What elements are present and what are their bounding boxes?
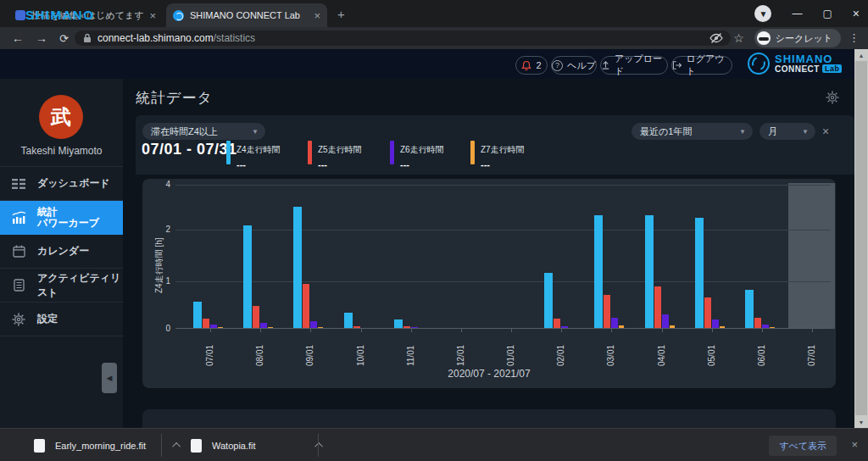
x-tick-mark (210, 329, 211, 332)
forward-button[interactable]: → (36, 31, 47, 45)
sidebar-item-label: 統計 (37, 206, 58, 218)
panel-close-icon[interactable]: × (822, 125, 829, 138)
logout-button[interactable]: ログアウト (671, 56, 732, 75)
chart-bar (310, 321, 317, 328)
chart-bar (554, 319, 560, 328)
chart-bar (670, 325, 675, 328)
legend-swatch-z4 (226, 141, 231, 164)
chart-settings-gear-icon[interactable] (826, 91, 839, 104)
chart-bar (754, 318, 761, 328)
sidebar-item-dashboard[interactable]: ダッシュボード (0, 167, 123, 201)
chart-bar (303, 284, 309, 328)
chart-bar (604, 295, 610, 328)
chart-bar (293, 207, 302, 329)
bookmark-star-icon[interactable]: ☆ (733, 31, 744, 45)
download-item[interactable]: Early_morning_ride.fit (34, 429, 181, 461)
download-indicator-icon[interactable]: ▼ (754, 5, 771, 22)
chart-bar (344, 313, 353, 328)
y-tick-label: 0 (148, 324, 170, 333)
scrollbar-thumb[interactable] (855, 61, 867, 415)
help-button[interactable]: ? ヘルプ (551, 56, 597, 75)
x-tick-label: 02/01 (556, 345, 565, 366)
chart-bar (544, 273, 553, 328)
x-tick-label: 04/01 (657, 345, 666, 366)
chevron-down-icon: ▼ (802, 128, 809, 136)
download-item[interactable]: Watopia.fit (191, 429, 323, 461)
connect-lab-logo: SHIMANO CONNECTLab (748, 53, 842, 75)
legend-item-z7: Z7走行時間 --- (470, 141, 525, 171)
legend-value: --- (236, 159, 246, 169)
sidebar-item-calendar[interactable]: カレンダー (0, 235, 123, 269)
granularity-select[interactable]: 月 ▼ (760, 123, 815, 140)
upload-button[interactable]: アップロード (600, 56, 668, 75)
scrollbar-down-icon[interactable]: ▼ (854, 416, 868, 428)
legend-label: Z7走行時間 (481, 145, 525, 154)
chart-caption: 2020/07 - 2021/07 (142, 368, 836, 380)
sidebar-item-settings[interactable]: 設定 (0, 303, 123, 336)
x-tick-label: 10/01 (356, 345, 365, 366)
legend-swatch-z7 (470, 141, 475, 164)
eye-off-icon[interactable] (709, 32, 723, 44)
statistics-icon (10, 211, 27, 225)
sidebar-item-label2: パワーカーブ (37, 217, 99, 229)
scrollbar-up-icon[interactable]: ▲ (854, 49, 868, 61)
sidebar-item-statistics[interactable]: 統計 パワーカーブ (0, 201, 123, 235)
chart-bar (594, 215, 603, 328)
legend-label: Z4走行時間 (236, 145, 281, 154)
range-select[interactable]: 最近の1年間 ▼ (632, 123, 753, 140)
browser-tab-connect-lab[interactable]: SHIMANO CONNECT Lab × (166, 3, 327, 27)
x-tick-label: 11/01 (406, 346, 415, 366)
browser-tabstrip: 投稿を編集 ‹ はじめてますが、40代 × SHIMANO CONNECT La… (0, 0, 868, 27)
chart-bar (712, 319, 719, 328)
tab-close-icon[interactable]: × (314, 9, 320, 22)
x-tick-mark (361, 329, 362, 332)
incognito-label: シークレット (776, 32, 832, 45)
downloads-close-icon[interactable]: × (851, 438, 858, 451)
chart-bar (654, 286, 661, 328)
logo-line1: SHIMANO (775, 54, 842, 64)
notification-count: 2 (536, 60, 541, 70)
logo-line2: CONNECT (775, 64, 820, 74)
gridline (175, 230, 831, 230)
notifications-button[interactable]: 2 (515, 56, 548, 75)
sidebar-menu: ダッシュボード 統計 パワーカーブ (0, 166, 123, 336)
tab-close-icon[interactable]: × (149, 9, 156, 22)
metric-select[interactable]: 滞在時間Z4以上 ▼ (142, 123, 265, 140)
chart-bar (203, 319, 209, 328)
settings-gear-icon (10, 313, 27, 326)
logout-icon (672, 60, 682, 70)
chart-bar (645, 215, 654, 328)
page-scrollbar[interactable]: ▲ ▼ (854, 49, 868, 428)
x-tick-mark (260, 329, 261, 332)
sidebar-item-label: カレンダー (37, 244, 89, 258)
sidebar-collapse-button[interactable]: ◀ (102, 363, 117, 393)
browser-menu-icon[interactable]: ⋮ (849, 31, 860, 44)
screen: 投稿を編集 ‹ はじめてますが、40代 × SHIMANO CONNECT La… (0, 0, 868, 461)
x-tick-mark (561, 329, 562, 332)
reload-button[interactable]: ⟳ (59, 32, 69, 45)
sidebar-item-activity-list[interactable]: アクティビティリスト (0, 269, 123, 303)
back-button[interactable]: ← (12, 31, 24, 45)
chevron-down-icon: ▼ (252, 128, 259, 136)
address-bar[interactable]: connect-lab.shimano.com/statistics (75, 31, 731, 46)
range-select-value: 最近の1年間 (640, 125, 692, 138)
x-tick-mark (461, 329, 462, 332)
window-minimize-button[interactable]: — (792, 8, 802, 19)
x-tick-label: 08/01 (255, 345, 264, 366)
new-tab-button[interactable]: + (337, 7, 345, 21)
download-filename: Early_morning_ride.fit (55, 441, 146, 451)
upload-icon (601, 60, 610, 70)
help-label: ヘルプ (567, 59, 596, 72)
show-all-downloads-button[interactable]: すべて表示 (769, 436, 837, 456)
y-tick-label: 1 (148, 276, 170, 286)
chart-bar (210, 325, 217, 328)
chart-bar (318, 327, 323, 328)
plot-area[interactable]: Z4走行時間 [h] 012407/0108/0109/0110/0111/01… (175, 183, 831, 329)
chart-bar (704, 297, 711, 328)
sidebar-item-label: 設定 (37, 312, 58, 326)
download-caret-icon[interactable] (172, 442, 181, 451)
window-maximize-button[interactable]: ▢ (822, 8, 832, 19)
next-section-card (142, 409, 836, 428)
avatar[interactable]: 武 (39, 95, 83, 139)
window-close-button[interactable]: × (853, 7, 860, 20)
